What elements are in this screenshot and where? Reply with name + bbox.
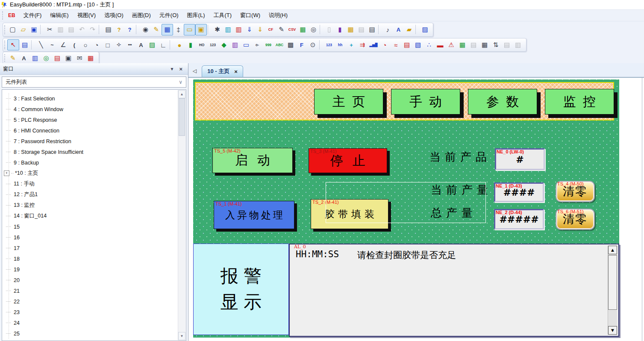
qr-code-icon[interactable]: ▩ (285, 40, 296, 50)
save-icon[interactable]: ▣ (29, 24, 39, 35)
label-library-icon[interactable]: A (393, 24, 404, 35)
object-properties-icon[interactable]: ▤ (19, 40, 30, 50)
menu-item[interactable]: 编辑(E) (46, 10, 73, 21)
tree-item[interactable]: + 15 (2, 221, 178, 232)
schedule-icon[interactable]: ▦ (85, 53, 96, 63)
system-parameter-icon[interactable]: ✱ (212, 24, 223, 35)
tree-item[interactable]: + 24 (2, 317, 178, 328)
sound-library-icon[interactable]: ♪ (382, 24, 393, 35)
tree-item[interactable]: + 4 : Common Window (2, 104, 178, 115)
tree-item[interactable]: + 5 : PLC Response (2, 115, 178, 125)
bezier-icon[interactable]: ~ (47, 40, 58, 50)
scroll-up-icon[interactable]: ▲ (178, 90, 185, 98)
csv-icon[interactable]: CSV (287, 24, 297, 35)
picture-icon[interactable]: ▨ (147, 40, 158, 50)
font-manager-icon[interactable]: A (18, 53, 29, 63)
set-word-icon[interactable]: 123 (207, 40, 218, 50)
numeric-display-total-output[interactable]: NE_2 (D-44) ##### (494, 209, 544, 229)
tree-item[interactable]: + 17 (2, 243, 178, 253)
tree-item[interactable]: + 23 (2, 307, 178, 317)
scrollbar-thumb[interactable] (179, 98, 185, 136)
expand-icon[interactable]: + (4, 170, 9, 176)
draw-pen-icon[interactable]: ✎ (151, 24, 162, 35)
foreign-object-button[interactable]: TS_1 (M-41) 入异物处理 (214, 201, 294, 229)
numeric-display-current-output[interactable]: NE_1 (D-43) #### (494, 182, 544, 202)
window-no-title-icon[interactable]: ▭ (184, 24, 195, 35)
menu-item[interactable]: 文件(F) (19, 10, 46, 21)
corner-icon[interactable]: ∟ (158, 40, 169, 50)
function-block-icon[interactable]: F (296, 40, 307, 50)
direct-window-icon[interactable]: ▭ (241, 40, 252, 50)
nav-button-manual[interactable]: 手动 (391, 89, 460, 115)
polygon-icon[interactable]: ✧ (113, 40, 124, 50)
copy-icon[interactable]: ▥ (55, 24, 66, 35)
numeric-999-icon[interactable]: 999 (263, 40, 274, 50)
shape-library-icon[interactable]: ▦ (345, 24, 356, 35)
tree-item[interactable]: + 13 : 监控 (2, 200, 178, 211)
clear-total-button[interactable]: TS_6 (M-51) 清零 (556, 209, 595, 230)
tree-item[interactable]: + 22 (2, 296, 178, 307)
tape-fill-button[interactable]: TS_2 (M-41) 胶带填装 (311, 199, 388, 229)
tree-item[interactable]: + 14 : 窗口_014 (2, 211, 178, 221)
tree-item[interactable]: + 9 : Backup (2, 157, 178, 168)
window-overlap-icon[interactable]: ▣ (195, 24, 207, 35)
select-pointer-icon[interactable]: ↖ (7, 39, 19, 50)
nav-button-parameter[interactable]: 参数 (468, 89, 537, 115)
scrollbar-thumb[interactable] (608, 255, 617, 310)
scatter-chart-icon[interactable]: ∴ (423, 40, 435, 50)
tree-item[interactable]: + 21 (2, 285, 178, 296)
bar-graph-icon[interactable]: ▂▅█ (368, 40, 379, 50)
rectangle-icon[interactable]: □ (102, 40, 113, 50)
tab-scroll-left-icon[interactable]: ◁ (193, 68, 197, 74)
bit-lamp-icon[interactable]: ● (174, 40, 185, 50)
tree-item[interactable]: + 16 (2, 232, 178, 243)
tree-item[interactable]: + 12 : 产品1 (2, 189, 178, 200)
menu-item[interactable]: 窗口(W) (236, 10, 265, 21)
window-copy-icon[interactable]: ▣ (63, 53, 74, 63)
arc-icon[interactable]: ( (69, 40, 80, 50)
string-table-icon[interactable]: ✎ (7, 53, 18, 63)
build-download-icon[interactable]: ⇓ (255, 24, 265, 35)
tag-library-icon[interactable]: ▰ (404, 24, 415, 35)
redo-icon[interactable]: ↷ (87, 24, 98, 35)
scroll-up-icon[interactable]: ▲ (608, 246, 617, 254)
printer-dim-icon[interactable]: ▤ (501, 40, 512, 50)
chart-display-icon[interactable]: ▧ (412, 40, 423, 50)
tab-window-10[interactable]: 10 - 主页 × (202, 65, 243, 77)
tree-item[interactable]: + 8 : Storage Space Insufficient (2, 147, 178, 157)
compile-icon[interactable]: ✎ (276, 24, 287, 35)
clock-icon[interactable]: ⊙ (307, 40, 318, 50)
stop-button[interactable]: TS_3 (M-41) 停止 (309, 148, 387, 173)
slider-icon[interactable]: o- (252, 40, 263, 50)
alarm-display[interactable]: AL_0 HH:MM:SS 请检查封圈胶带是否充足 ▲ ▼ (289, 244, 619, 337)
tree-item[interactable]: + 20 (2, 275, 178, 285)
grid-icon[interactable]: ▦ (162, 24, 173, 35)
menu-item[interactable]: 画图(D) (128, 10, 155, 21)
multi-state-icon[interactable]: ▥ (229, 40, 241, 50)
menu-item[interactable]: 图库(L) (183, 10, 209, 21)
line-icon[interactable]: ╲ (35, 40, 47, 50)
event-log-icon[interactable]: ▦ (457, 40, 468, 50)
function-key-icon[interactable]: ◆ (218, 40, 229, 50)
tab-close-icon[interactable]: × (234, 68, 238, 75)
menu-item[interactable]: 元件(O) (155, 10, 183, 21)
context-help-icon[interactable]: ? (124, 24, 135, 35)
start-button[interactable]: TS_5 (M-42) 启动 (212, 148, 293, 173)
cf-card-icon[interactable]: CF (265, 24, 276, 35)
online-simulation-icon[interactable]: ▥ (223, 24, 233, 35)
new-file-icon[interactable]: ▢ (7, 24, 18, 35)
text-icon[interactable]: A (135, 40, 147, 50)
panel-menu-icon[interactable]: ▼ (168, 67, 177, 71)
ascii-abc-icon[interactable]: ABC (274, 40, 285, 50)
clear-current-button[interactable]: TS_4 (M-50) 清零 (556, 181, 595, 202)
scale-icon[interactable]: ╍ (124, 40, 135, 50)
undo-icon[interactable]: ↶ (76, 24, 87, 35)
tree-item[interactable]: + 18 (2, 253, 178, 264)
find-address-icon[interactable]: ◉ (140, 24, 151, 35)
word-lamp-icon[interactable]: ▮ (185, 40, 196, 50)
set-bit-icon[interactable]: HO (196, 40, 207, 50)
numeric-display-product[interactable]: NE_0 (LW-0) # (495, 148, 545, 170)
open-file-icon[interactable]: ▱ (18, 24, 29, 35)
data-transfer-dim-icon[interactable]: ▤ (468, 40, 479, 50)
event-clipboard-icon[interactable]: ▤ (52, 53, 63, 63)
